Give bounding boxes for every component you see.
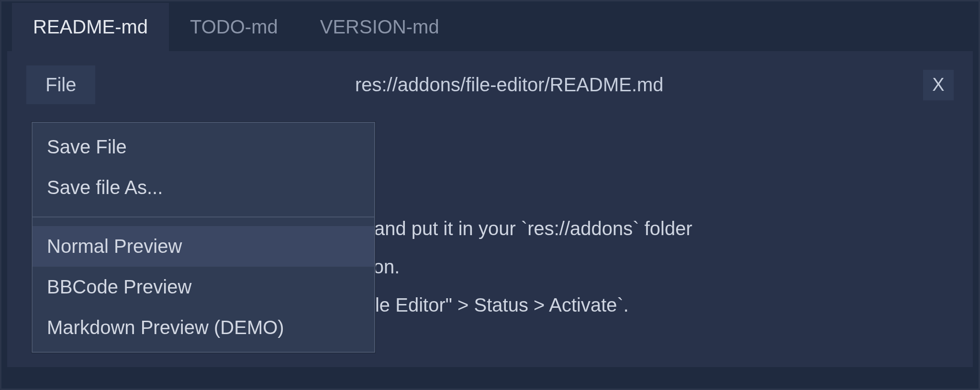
close-tab-button[interactable]: X xyxy=(923,70,954,100)
file-menu-button[interactable]: File xyxy=(26,65,95,104)
editor-window: README-md TODO-md VERSION-md File res://… xyxy=(0,0,980,390)
menu-item-markdown-preview[interactable]: Markdown Preview (DEMO) xyxy=(33,307,374,348)
tab-readme[interactable]: README-md xyxy=(12,3,169,51)
menu-item-bbcode-preview[interactable]: BBCode Preview xyxy=(33,267,374,307)
file-dropdown-menu: Save File Save file As... Normal Preview… xyxy=(32,122,375,353)
menu-separator xyxy=(33,217,374,217)
menu-item-normal-preview[interactable]: Normal Preview xyxy=(33,226,374,267)
tab-version[interactable]: VERSION-md xyxy=(299,3,460,51)
menu-item-save-file[interactable]: Save File xyxy=(33,127,374,167)
tab-strip: README-md TODO-md VERSION-md xyxy=(7,1,973,51)
file-path-label: res://addons/file-editor/README.md xyxy=(95,74,923,96)
file-toolbar: File res://addons/file-editor/README.md … xyxy=(7,51,973,119)
menu-item-save-file-as[interactable]: Save file As... xyxy=(33,167,374,208)
tab-todo[interactable]: TODO-md xyxy=(169,3,299,51)
